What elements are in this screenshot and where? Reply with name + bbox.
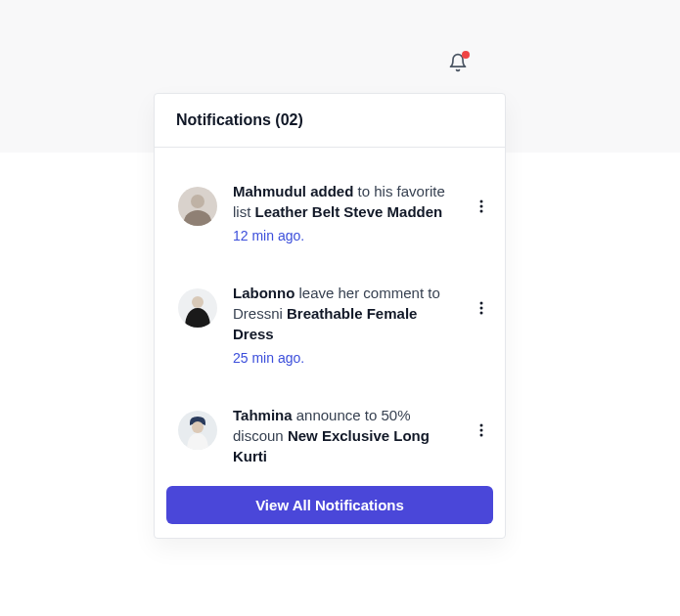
notification-item[interactable]: Labonno leave her comment to Dressni Bre… [155,263,505,385]
svg-point-5 [480,210,483,213]
avatar [178,187,217,226]
bell-icon [448,53,468,72]
notification-text: Labonno leave her comment to Dressni Bre… [233,283,454,344]
notification-content: Labonno leave her comment to Dressni Bre… [233,283,454,366]
more-options-button[interactable] [470,195,493,218]
svg-point-15 [480,434,483,437]
notification-item[interactable]: Tahmina announce to 50% discoun New Excl… [155,385,505,472]
svg-point-10 [480,312,483,315]
more-vertical-icon [474,300,489,316]
notification-text: Mahmudul added to his favorite list Leat… [233,181,454,222]
svg-point-1 [191,195,204,208]
panel-title: Notifications (02) [176,111,483,129]
notification-content: Mahmudul added to his favorite list Leat… [233,181,454,243]
svg-point-3 [480,200,483,203]
svg-point-14 [480,429,483,432]
more-options-button[interactable] [470,418,493,442]
notification-time: 25 min ago. [233,350,454,366]
bell-button[interactable] [448,53,468,72]
notification-dot [462,51,470,59]
panel-footer: View All Notifications [155,472,505,538]
svg-point-4 [480,205,483,208]
more-options-button[interactable] [470,296,493,320]
svg-point-7 [192,296,204,308]
svg-point-8 [480,302,483,305]
svg-point-9 [480,307,483,310]
svg-point-12 [192,421,204,433]
notification-item[interactable]: Mahmudul added to his favorite list Leat… [155,161,505,263]
more-vertical-icon [474,198,489,214]
notifications-panel: Notifications (02) Mahmudul added to his… [154,93,506,539]
notifications-list: Mahmudul added to his favorite list Leat… [155,148,505,472]
panel-header: Notifications (02) [155,94,505,148]
svg-point-13 [480,424,483,427]
notification-time: 12 min ago. [233,228,454,243]
avatar [178,411,217,450]
more-vertical-icon [474,422,489,438]
notification-content: Tahmina announce to 50% discoun New Excl… [233,405,454,472]
notification-text: Tahmina announce to 50% discoun New Excl… [233,405,454,466]
avatar [178,288,217,328]
view-all-button[interactable]: View All Notifications [166,486,493,524]
